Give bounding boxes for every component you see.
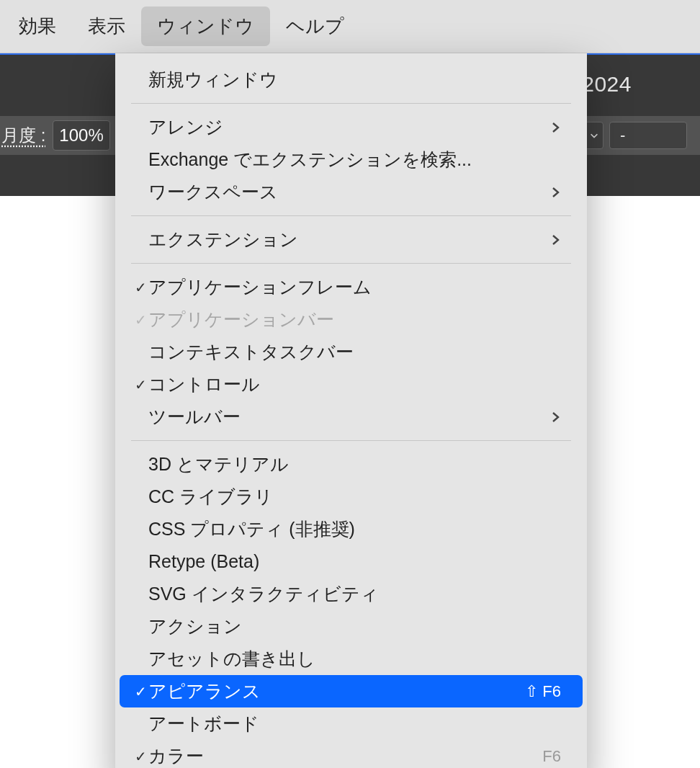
menu-item-label: アプリケーションバー [148, 308, 334, 331]
menu-item-label: 新規ウィンドウ [148, 68, 278, 91]
menu-item[interactable]: エクステンション [120, 223, 583, 256]
menu-item[interactable]: Retype (Beta) [120, 545, 583, 578]
shortcut-key: F6 [542, 747, 561, 766]
menu-item-label: CC ライブラリ [148, 485, 273, 509]
chevron-right-icon [549, 187, 561, 198]
menu-item[interactable]: ✓アプリケーションフレーム [120, 271, 583, 303]
menu-item-label: Exchange でエクステンションを検索... [148, 148, 472, 171]
check-icon: ✓ [133, 279, 148, 296]
menu-item-label: ワークスペース [148, 180, 278, 204]
menu-item-label: アプリケーションフレーム [148, 275, 372, 299]
menu-item-label: コントロール [148, 372, 260, 396]
menu-item-label: コンテキストタスクバー [148, 340, 354, 364]
check-icon: ✓ [133, 311, 148, 329]
check-icon: ✓ [133, 748, 148, 765]
menu-item: ✓アプリケーションバー [120, 303, 583, 336]
menu-item[interactable]: CSS プロパティ (非推奨) [120, 513, 583, 545]
menu-item-label: CSS プロパティ (非推奨) [148, 517, 355, 541]
menu-separator [131, 103, 571, 104]
shortcut-key: F6 [542, 682, 561, 701]
app-title-fragment: 2024 [582, 72, 632, 97]
menu-item[interactable]: アートボード [120, 707, 583, 740]
menu-item-label: ツールバー [148, 405, 241, 429]
check-icon: ✓ [133, 376, 148, 393]
right-field[interactable]: - [609, 122, 687, 149]
menu-item[interactable]: 3D とマテリアル [120, 448, 583, 481]
menu-item-label: アートボード [148, 712, 259, 736]
dropdown-toggle[interactable] [584, 122, 603, 149]
menu-item-label: SVG インタラクティビティ [148, 582, 379, 606]
menu-item-label: カラー [148, 744, 204, 768]
opacity-value[interactable]: 100% [53, 120, 109, 151]
menu-shortcut: F6 [542, 747, 561, 766]
chevron-right-icon [549, 411, 561, 423]
window-menu-dropdown: 新規ウィンドウアレンジExchange でエクステンションを検索...ワークスペ… [115, 53, 587, 768]
shift-icon: ⇧ [525, 682, 538, 701]
menu-item-label: 3D とマテリアル [148, 452, 289, 476]
menu-separator [131, 263, 571, 264]
menu-item[interactable]: ✓カラーF6 [120, 740, 583, 768]
menu-item[interactable]: Exchange でエクステンションを検索... [120, 143, 583, 176]
menubar: 効果 表示 ウィンドウ ヘルプ [0, 0, 700, 53]
chevron-down-icon [589, 130, 599, 140]
menu-item[interactable]: CC ライブラリ [120, 481, 583, 513]
menu-item[interactable]: アレンジ [120, 111, 583, 143]
menu-item-label: アクション [148, 615, 242, 638]
menubar-item-effect[interactable]: 効果 [3, 6, 72, 46]
menu-item-label: Retype (Beta) [148, 551, 259, 572]
menu-item-label: アレンジ [148, 115, 223, 139]
menu-shortcut: ⇧F6 [525, 682, 561, 701]
menu-item[interactable]: ✓コントロール [120, 368, 583, 401]
menu-item[interactable]: ツールバー [120, 401, 583, 433]
menu-separator [131, 440, 571, 441]
menu-item-label: エクステンション [148, 228, 298, 251]
menubar-item-window[interactable]: ウィンドウ [141, 6, 270, 46]
menu-item[interactable]: アクション [120, 610, 583, 643]
chevron-right-icon [549, 122, 561, 133]
menu-item-label: アピアランス [148, 679, 261, 703]
menu-item[interactable]: コンテキストタスクバー [120, 336, 583, 368]
menu-item[interactable]: SVG インタラクティビティ [120, 578, 583, 610]
menu-item[interactable]: アセットの書き出し [120, 643, 583, 675]
menu-item-label: アセットの書き出し [148, 647, 315, 671]
check-icon: ✓ [133, 683, 148, 700]
menu-item[interactable]: 新規ウィンドウ [120, 63, 583, 96]
menu-item[interactable]: ワークスペース [120, 176, 583, 208]
menubar-item-help[interactable]: ヘルプ [270, 6, 360, 46]
menu-item[interactable]: ✓アピアランス⇧F6 [120, 675, 583, 707]
opacity-label: 月度 : [0, 124, 45, 147]
menu-separator [131, 215, 571, 216]
menubar-item-view[interactable]: 表示 [72, 6, 141, 46]
chevron-right-icon [549, 234, 561, 246]
